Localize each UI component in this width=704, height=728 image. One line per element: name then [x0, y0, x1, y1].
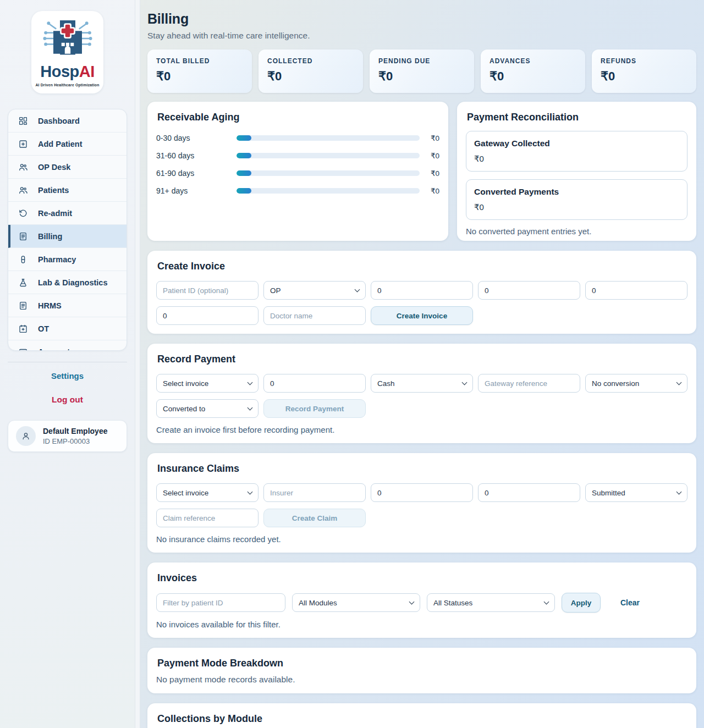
- record-payment-title: Record Payment: [157, 354, 688, 365]
- sidebar-item-dashboard[interactable]: Dashboard: [8, 109, 127, 133]
- accounts-icon: [18, 347, 28, 351]
- sidebar-item-add-patient[interactable]: Add Patient: [8, 133, 127, 156]
- claim-amount-field-1[interactable]: [371, 483, 473, 502]
- aging-value: ₹0: [427, 134, 439, 142]
- claim-invoice-select[interactable]: Select invoice: [156, 483, 258, 502]
- record-payment-helper-text: Create an invoice first before recording…: [156, 425, 688, 434]
- page-title: Billing: [147, 11, 696, 27]
- create-invoice-title: Create Invoice: [157, 261, 688, 272]
- invoices-title: Invoices: [157, 572, 688, 584]
- stat-card-pending-due: PENDING DUE₹0: [370, 49, 474, 93]
- claim-invoice-select-wrap: Select invoice: [156, 483, 258, 502]
- brand-name: HospAI: [35, 64, 100, 80]
- stat-value: ₹0: [156, 69, 243, 84]
- payment-mode-breakdown-card: Payment Mode Breakdown No payment mode r…: [147, 648, 696, 693]
- ot-icon: [18, 324, 28, 334]
- sidebar-item-billing[interactable]: Billing: [8, 225, 127, 248]
- payment-mode-select[interactable]: Cash: [371, 374, 473, 393]
- aging-bar-track: [237, 135, 420, 141]
- stats-grid: TOTAL BILLED₹0COLLECTED₹0PENDING DUE₹0AD…: [147, 49, 696, 93]
- aging-row-31-60-days: 31-60 days₹0: [156, 151, 439, 160]
- collections-by-module-title: Collections by Module: [157, 713, 688, 725]
- doctor-name-input[interactable]: [263, 306, 366, 325]
- invoice-amount-field-1[interactable]: [371, 281, 473, 300]
- invoice-select[interactable]: Select invoice: [156, 374, 258, 393]
- lab-icon: [18, 278, 28, 288]
- patient-id-input[interactable]: [156, 281, 258, 300]
- sidebar-item-patients[interactable]: Patients: [8, 179, 127, 202]
- claim-status-select-wrap: Submitted: [585, 483, 688, 502]
- brand-logo: HospAI AI Driven Healthcare Optimization: [31, 11, 103, 93]
- op-desk-icon: [18, 162, 28, 172]
- main-content: Billing Stay ahead with real-time care i…: [140, 0, 704, 728]
- aging-value: ₹0: [427, 186, 439, 195]
- record-payment-form: Select invoiceCashNo conversionConverted…: [156, 374, 688, 418]
- payment-mode-empty-text: No payment mode records available.: [156, 675, 688, 685]
- insurer-input[interactable]: [263, 483, 366, 502]
- sidebar-item-accounts[interactable]: Accounts: [8, 340, 127, 351]
- payment-mode-breakdown-title: Payment Mode Breakdown: [157, 658, 688, 669]
- payment-mode-select-wrap: Cash: [371, 374, 473, 393]
- reconciliation-empty-text: No converted payment entries yet.: [466, 227, 688, 236]
- aging-row-61-90-days: 61-90 days₹0: [156, 169, 439, 178]
- hrms-icon: [18, 301, 28, 311]
- module-filter-wrap: All Modules: [292, 593, 420, 612]
- create-claim-button[interactable]: Create Claim: [263, 509, 366, 527]
- collections-by-module-card: Collections by Module No collection data…: [147, 703, 696, 728]
- conversion-select-wrap: No conversion: [585, 374, 688, 393]
- sidebar-item-lab-diagnostics[interactable]: Lab & Diagnostics: [8, 271, 127, 294]
- add-patient-icon: [18, 139, 28, 149]
- invoice-select-wrap: Select invoice: [156, 374, 258, 393]
- claim-status-select[interactable]: Submitted: [585, 483, 688, 502]
- create-invoice-card: Create Invoice OPCreate Invoice: [147, 251, 696, 334]
- sidebar-scrollbar[interactable]: [135, 0, 140, 728]
- insurance-claims-title: Insurance Claims: [157, 463, 688, 475]
- module-select[interactable]: OP: [263, 281, 366, 300]
- payment-amount-input[interactable]: [263, 374, 366, 393]
- aging-bar-fill: [237, 135, 251, 141]
- user-card: Default Employee ID EMP-00003: [8, 420, 127, 452]
- apply-button[interactable]: Apply: [562, 593, 601, 613]
- converted-payments-value: ₹0: [474, 202, 679, 212]
- sidebar-item-op-desk[interactable]: OP Desk: [8, 156, 127, 179]
- record-payment-button[interactable]: Record Payment: [263, 399, 366, 418]
- module-filter-select[interactable]: All Modules: [292, 593, 420, 612]
- logout-link[interactable]: Log out: [0, 395, 135, 405]
- clear-link[interactable]: Clear: [620, 598, 640, 607]
- gateway-collected-box: Gateway Collected ₹0: [466, 131, 688, 172]
- sidebar-item-re-admit[interactable]: Re-admit: [8, 202, 127, 225]
- aging-bar-track: [237, 188, 420, 194]
- settings-link[interactable]: Settings: [0, 371, 135, 380]
- aging-bar-fill: [237, 153, 251, 158]
- claim-amount-field-2[interactable]: [478, 483, 580, 502]
- stat-label: PENDING DUE: [378, 57, 465, 65]
- record-payment-card: Record Payment Select invoiceCashNo conv…: [147, 344, 696, 443]
- aging-bar-track: [237, 170, 420, 176]
- sidebar-nav: DashboardAdd PatientOP DeskPatientsRe-ad…: [8, 109, 127, 351]
- aging-label: 0-30 days: [156, 134, 237, 142]
- sidebar-item-label: HRMS: [38, 301, 62, 310]
- sidebar-item-ot[interactable]: OT: [8, 317, 127, 340]
- sidebar-item-pharmacy[interactable]: Pharmacy: [8, 248, 127, 271]
- create-invoice-button[interactable]: Create Invoice: [371, 306, 473, 325]
- stat-card-total-billed: TOTAL BILLED₹0: [147, 49, 252, 93]
- status-filter-select[interactable]: All Statuses: [427, 593, 555, 612]
- invoice-amount-field-3[interactable]: [585, 281, 688, 300]
- insurance-claims-empty-text: No insurance claims recorded yet.: [156, 534, 688, 544]
- conversion-select[interactable]: No conversion: [585, 374, 688, 393]
- re-admit-icon: [18, 208, 28, 218]
- gateway-collected-label: Gateway Collected: [474, 139, 679, 148]
- aging-row-0-30-days: 0-30 days₹0: [156, 134, 439, 142]
- patient-id-filter-input[interactable]: [156, 593, 285, 612]
- sidebar-divider: [8, 362, 127, 362]
- invoice-amount-field-4[interactable]: [156, 306, 258, 325]
- sidebar-item-hrms[interactable]: HRMS: [8, 294, 127, 317]
- patients-icon: [18, 185, 28, 195]
- stat-value: ₹0: [601, 69, 688, 84]
- gateway-reference-input[interactable]: [478, 374, 580, 393]
- invoice-amount-field-2[interactable]: [478, 281, 580, 300]
- converted-to-select[interactable]: Converted to: [156, 399, 258, 418]
- insurance-claims-card: Insurance Claims Select invoiceSubmitted…: [147, 453, 696, 553]
- claim-reference-input[interactable]: [156, 509, 258, 527]
- aging-row-91-days: 91+ days₹0: [156, 186, 439, 195]
